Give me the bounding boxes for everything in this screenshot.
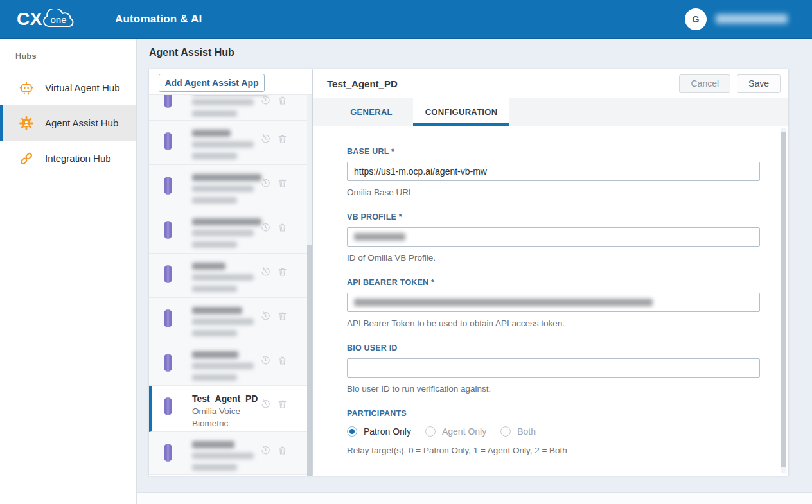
restore-history-icon[interactable] — [260, 222, 271, 236]
radio-unselected-icon — [425, 426, 436, 437]
restore-history-icon[interactable] — [260, 134, 271, 147]
field-label: BASE URL * — [347, 147, 760, 156]
bio-user-id-input[interactable] — [347, 358, 760, 378]
redacted-value — [354, 299, 653, 306]
trash-icon[interactable] — [277, 178, 288, 191]
gear-headset-icon — [18, 115, 35, 132]
tab-configuration[interactable]: CONFIGURATION — [413, 98, 509, 126]
redacted-value — [354, 233, 405, 241]
sidebar-item-label: Agent Assist Hub — [45, 117, 118, 128]
field-participants: PARTICIPANTS Patron Only Agent Only Both — [347, 409, 760, 455]
sidebar: Hubs Virtual Agent Hub Agent Assist Hub — [0, 39, 137, 504]
robot-icon — [18, 80, 35, 96]
trash-icon[interactable] — [277, 266, 288, 280]
sidebar-section-label: Hubs — [0, 39, 136, 70]
field-bio-user-id: BIO USER ID Bio user ID to run verificat… — [347, 343, 760, 394]
scrollbar-thumb[interactable] — [781, 132, 786, 467]
apps-list-scrollbar[interactable] — [307, 95, 312, 476]
agent-app-subtitle: Omilia Voice Biometric — [192, 405, 258, 430]
user-avatar[interactable]: G — [685, 8, 707, 30]
trash-icon[interactable] — [277, 355, 288, 369]
sidebar-item-agent-assist-hub[interactable]: Agent Assist Hub — [0, 105, 136, 141]
svg-text:one: one — [50, 14, 66, 25]
field-vb-profile: VB PROFILE * ID of Omilia VB Profile. — [347, 213, 760, 263]
omilia-app-icon — [164, 221, 172, 239]
radio-agent-only[interactable]: Agent Only — [425, 426, 486, 437]
field-base-url: BASE URL * Omilia Base URL — [347, 147, 760, 197]
save-button[interactable]: Save — [737, 74, 781, 93]
trash-icon[interactable] — [277, 134, 288, 147]
scrollbar-thumb[interactable] — [307, 245, 312, 476]
field-label: VB PROFILE * — [347, 213, 760, 222]
agent-app-row-redacted[interactable] — [149, 209, 307, 254]
add-app-zone: Add Agent Assist App — [149, 69, 312, 95]
field-help: Bio user ID to run verification against. — [347, 384, 760, 394]
agent-app-row-redacted[interactable] — [149, 165, 307, 209]
top-bar: CX one Automation & AI G — [0, 0, 812, 39]
field-label: PARTICIPANTS — [347, 409, 760, 418]
agent-apps-list: Test_Agent_PD Omilia Voice Biometric — [149, 95, 307, 476]
cancel-button[interactable]: Cancel — [679, 74, 730, 93]
sidebar-item-virtual-agent-hub[interactable]: Virtual Agent Hub — [0, 70, 136, 105]
agent-app-row-selected[interactable]: Test_Agent_PD Omilia Voice Biometric — [149, 386, 307, 432]
logo-cx-text: CX — [17, 9, 42, 30]
agent-app-row-redacted[interactable] — [149, 95, 307, 121]
omilia-app-icon — [164, 177, 172, 195]
restore-history-icon[interactable] — [260, 445, 271, 458]
agent-app-row-redacted[interactable] — [149, 298, 307, 342]
field-label: API BEARER TOKEN * — [347, 278, 760, 287]
omilia-app-icon — [164, 95, 172, 108]
field-help: Relay target(s). 0 = Patron Only, 1 = Ag… — [347, 446, 760, 455]
omilia-app-icon — [164, 444, 172, 462]
restore-history-icon[interactable] — [260, 399, 271, 412]
participants-radio-group: Patron Only Agent Only Both — [347, 426, 760, 437]
trash-icon[interactable] — [277, 95, 288, 109]
radio-selected-icon — [347, 426, 357, 437]
field-help: Omilia Base URL — [347, 187, 760, 197]
content-area: Agent Assist Hub Add Agent Assist App — [137, 39, 812, 493]
detail-header: Test_Agent_PD Cancel Save — [313, 69, 788, 98]
sidebar-item-label: Integration Hub — [45, 153, 111, 164]
agent-apps-panel: Add Agent Assist App — [149, 69, 312, 476]
restore-history-icon[interactable] — [260, 311, 271, 324]
field-api-bearer-token: API BEARER TOKEN * API Bearer Token to b… — [347, 278, 760, 328]
configuration-form: BASE URL * Omilia Base URL VB PROFILE * … — [313, 127, 788, 476]
restore-history-icon[interactable] — [260, 266, 271, 280]
omilia-app-icon — [164, 354, 172, 372]
radio-patron-only[interactable]: Patron Only — [347, 426, 411, 437]
agent-app-title: Test_Agent_PD — [192, 394, 258, 404]
form-scrollbar[interactable] — [781, 128, 786, 473]
logo-cloud-icon: one — [40, 9, 78, 31]
detail-title: Test_Agent_PD — [327, 78, 398, 89]
agent-app-row-redacted[interactable] — [149, 254, 307, 298]
agent-app-row-redacted[interactable] — [149, 432, 307, 475]
omilia-app-icon — [164, 132, 172, 150]
detail-tabs: GENERAL CONFIGURATION — [313, 98, 788, 126]
radio-both[interactable]: Both — [500, 426, 536, 437]
vb-profile-input[interactable] — [347, 227, 760, 247]
field-help: ID of Omilia VB Profile. — [347, 253, 760, 263]
agent-app-row-redacted[interactable] — [149, 121, 307, 165]
app-title: Automation & AI — [115, 13, 202, 26]
field-label: BIO USER ID — [347, 343, 760, 352]
page-title: Agent Assist Hub — [149, 47, 234, 58]
trash-icon[interactable] — [277, 445, 288, 458]
field-help: API Bearer Token to be used to obtain AP… — [347, 318, 760, 328]
user-name-redacted[interactable] — [716, 14, 788, 24]
omilia-app-icon — [164, 397, 172, 415]
tab-general[interactable]: GENERAL — [330, 98, 413, 126]
sidebar-item-label: Virtual Agent Hub — [45, 82, 119, 93]
omilia-app-icon — [164, 265, 172, 283]
sidebar-item-integration-hub[interactable]: Integration Hub — [0, 141, 136, 176]
agent-app-row-redacted[interactable] — [149, 342, 307, 386]
restore-history-icon[interactable] — [260, 355, 271, 369]
restore-history-icon[interactable] — [260, 178, 271, 191]
agent-app-detail-panel: Test_Agent_PD Cancel Save GENERAL CONFIG… — [313, 69, 788, 476]
trash-icon[interactable] — [277, 399, 288, 412]
add-agent-assist-app-button[interactable]: Add Agent Assist App — [159, 74, 265, 92]
base-url-input[interactable] — [347, 162, 760, 181]
trash-icon[interactable] — [277, 222, 288, 236]
restore-history-icon[interactable] — [260, 95, 271, 109]
trash-icon[interactable] — [277, 311, 288, 324]
cxone-logo: CX one — [17, 8, 78, 31]
